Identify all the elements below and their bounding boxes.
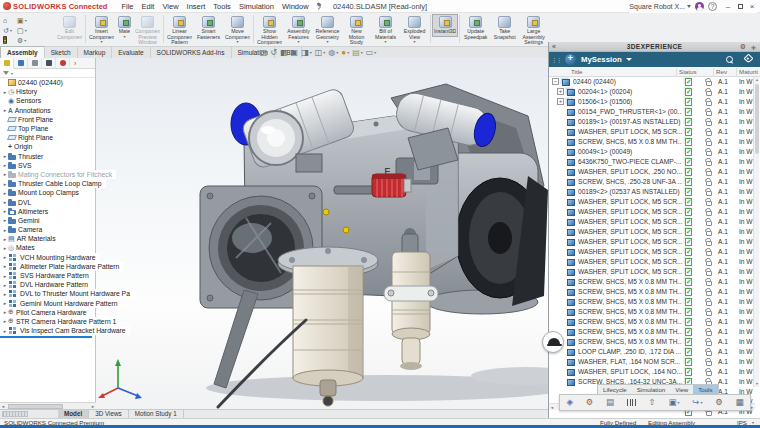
view-settings-icon[interactable]: ▭▾	[366, 48, 377, 58]
annotation-view-icon[interactable]: ▣	[291, 48, 299, 58]
update-speedpak-button[interactable]: Update Speedpak	[461, 14, 490, 42]
assembly-features-button[interactable]: Assembly Features▾	[284, 14, 313, 46]
rollback-bar[interactable]	[0, 336, 92, 338]
tree-item-thruster[interactable]: ▸Thruster	[0, 152, 47, 161]
square-robot-assistant-button[interactable]	[542, 331, 564, 353]
chevron-down-icon[interactable]	[626, 58, 632, 61]
tree-horizontal-scrollbar[interactable]: ◄ ►	[0, 402, 96, 409]
account-menu[interactable]: Square Robot X...	[629, 3, 691, 10]
doc-tab-motion-study-1[interactable]: Motion Study 1	[129, 410, 184, 418]
list-row[interactable]: SCREW, SHCS, M5 X 0.8 MM TH...A.1In W	[549, 337, 760, 347]
tree-item-vis-inspect-cam-bracket-hardware[interactable]: ▸Vis Inspect Cam Bracket Hardware	[0, 326, 130, 335]
list-row[interactable]: SCREW, SHCS, M5 X 0.8 MM TH...A.1In W	[549, 317, 760, 327]
tree-item-gemini[interactable]: ▸Gemini	[0, 216, 44, 225]
tree-item-dvl-hardware-pattern[interactable]: ▸DVL Hardware Pattern	[0, 280, 92, 289]
list-row[interactable]: SCREW, SHCS, M5 X 0.8 MM TH...A.1In W	[549, 137, 760, 147]
list-row[interactable]: SCREW, SHCS, M5 X 0.8 MM TH...A.1In W	[549, 287, 760, 297]
apply-scene-icon[interactable]: ▤▾	[352, 48, 363, 58]
panel-tab-tools[interactable]: Tools	[693, 385, 717, 394]
column-maturity[interactable]: Maturit	[739, 67, 758, 77]
tab-splitter-handle[interactable]	[2, 411, 28, 417]
qat-home-button[interactable]	[3, 15, 17, 25]
move-component-button[interactable]: Move Component▾	[223, 14, 252, 46]
list-row[interactable]: WASHER, SPLIT LOCK, M5 SCR...A.1In W	[549, 227, 760, 237]
mate-button[interactable]: Mate▾	[116, 14, 133, 41]
expand-arrow-icon[interactable]: ▸	[2, 273, 8, 279]
instant3d-button[interactable]: Instant3D	[432, 14, 458, 37]
tree-item-right-plane[interactable]: Right Plane	[0, 133, 57, 142]
qat-new-button[interactable]: ▾	[17, 25, 31, 35]
zoom-to-fit-icon[interactable]: ◌	[252, 48, 257, 58]
new-motion-study-button[interactable]: New Motion Study	[342, 14, 371, 48]
tree-item-history[interactable]: ▸History	[0, 87, 41, 96]
tree-item-vch-mounting-hardware[interactable]: ▸VCH Mounting Hardware	[0, 253, 100, 262]
qat-open-button[interactable]: ▾	[17, 15, 31, 25]
expand-arrow-icon[interactable]: ▸	[2, 254, 8, 260]
list-row[interactable]: −02440 (02440)A.1In W	[549, 77, 760, 87]
expand-arrow-icon[interactable]: ▸	[2, 300, 8, 306]
tool-barcode-button[interactable]	[627, 399, 636, 406]
tool-collaborative-tasks-button[interactable]	[586, 395, 594, 410]
tree-item-front-plane[interactable]: Front Plane	[0, 115, 57, 124]
list-row[interactable]: WASHER, SPLIT LOCK, M5 SCR...A.1In W	[549, 217, 760, 227]
tree-item-mates[interactable]: ▸Mates	[0, 243, 39, 252]
scroll-up-icon[interactable]: ▲	[754, 78, 760, 82]
tree-item-gemini-mount-hardware-pattern[interactable]: ▸Gemini Mount Hardware Pattern	[0, 299, 121, 308]
tree-item-pilot-camera-hardware[interactable]: ▸Pilot Camera Hardware	[0, 308, 91, 317]
previous-view-icon[interactable]: ↺	[270, 48, 277, 58]
expander-expand-icon[interactable]: +	[557, 98, 564, 105]
reference-geometry-button[interactable]: Reference Geometry▾	[313, 14, 342, 46]
qat-options-button[interactable]: ▾	[17, 35, 31, 45]
tool-settings-button[interactable]	[715, 395, 723, 410]
list-row[interactable]: WASHER, FLAT, .164 NOM SCR...A.1In W	[549, 357, 760, 367]
pin-menu-icon[interactable]	[315, 2, 323, 10]
dimxpertmanager-tab[interactable]	[42, 58, 56, 69]
expander-collapse-icon[interactable]: −	[552, 78, 559, 85]
tree-item-camera[interactable]: ▸Camera	[0, 225, 46, 234]
doc-tab-model[interactable]: Model	[58, 410, 89, 418]
tool-export-document-button[interactable]	[606, 395, 614, 410]
list-row[interactable]: SCREW, SHCS, .250-28 UNF-3A ...A.1In W	[549, 177, 760, 187]
tab-markup[interactable]: Markup	[78, 47, 113, 58]
assembly-3d-model[interactable]: E	[96, 58, 548, 409]
tab-solidworks-add-ins[interactable]: SOLIDWORKS Add-Ins	[151, 47, 232, 58]
tree-filter[interactable]: ▾	[0, 69, 95, 78]
list-row[interactable]: 00189<2> (02537 AS INSTALLED)A.1In W	[549, 187, 760, 197]
propertymanager-tab[interactable]	[14, 58, 28, 69]
large-assembly-settings-button[interactable]: Large Assembly Settings	[519, 14, 548, 48]
bill-of-materials-button[interactable]: Bill of Materials▾	[371, 14, 400, 46]
help-button[interactable]: ?	[708, 2, 717, 11]
menu-tools[interactable]: Tools	[209, 2, 235, 11]
menu-insert[interactable]: Insert	[183, 2, 210, 11]
featuremanager-tab[interactable]	[0, 58, 14, 69]
tool-assembly-info-button[interactable]	[566, 395, 573, 410]
panel-pin-icon[interactable]: ✛	[751, 44, 756, 53]
search-icon[interactable]	[725, 55, 734, 64]
list-row[interactable]: SCREW, SHCS, M5 X 0.8 MM TH...A.1In W	[549, 277, 760, 287]
exploded-view-button[interactable]: Exploded View▾	[400, 14, 429, 46]
list-row[interactable]: WASHER, SPLIT LOCK, M5 SCR...A.1In W	[549, 207, 760, 217]
tree-item-top-plane[interactable]: Top Plane	[0, 124, 52, 133]
avatar[interactable]	[695, 2, 704, 11]
display-style-icon[interactable]: ◫▾	[315, 48, 326, 58]
tree-item-annotations[interactable]: ▸Annotations	[0, 106, 55, 115]
tag-icon[interactable]	[744, 54, 754, 64]
tab-sketch[interactable]: Sketch	[45, 47, 78, 58]
list-row[interactable]: WASHER, SPLIT LOCK, M5 SCR...A.1In W	[549, 247, 760, 257]
list-row[interactable]: WASHER, SPLIT LOCK, .250 NO...A.1In W	[549, 167, 760, 177]
menu-window[interactable]: Window	[278, 2, 313, 11]
tabs-overflow-icon[interactable]: ›	[74, 60, 76, 67]
tree-item-origin[interactable]: Origin	[0, 142, 36, 151]
panel-tab-view[interactable]: View	[670, 385, 693, 394]
list-row[interactable]: WASHER, SPLIT LOCK, .164 NO...A.1In W	[549, 367, 760, 377]
section-view-icon[interactable]: ◧	[280, 48, 288, 58]
restore-button[interactable]	[734, 0, 746, 13]
show-hidden-components-button[interactable]: Show Hidden Components	[255, 14, 284, 48]
list-row[interactable]: +01506<1> (01506)A.1In W	[549, 97, 760, 107]
tree-item-svs-hardware-pattern[interactable]: ▸SVS Hardware Pattern	[0, 271, 93, 280]
tree-item-thruster-cable-loop-clamp[interactable]: ▸Thruster Cable Loop Clamp	[0, 179, 106, 188]
menu-view[interactable]: View	[158, 2, 182, 11]
tab-assembly[interactable]: Assembly	[0, 46, 45, 58]
list-row[interactable]: WASHER, SPLIT LOCK, M5 SCR...A.1In W	[549, 127, 760, 137]
minimize-button[interactable]: –	[722, 0, 734, 13]
